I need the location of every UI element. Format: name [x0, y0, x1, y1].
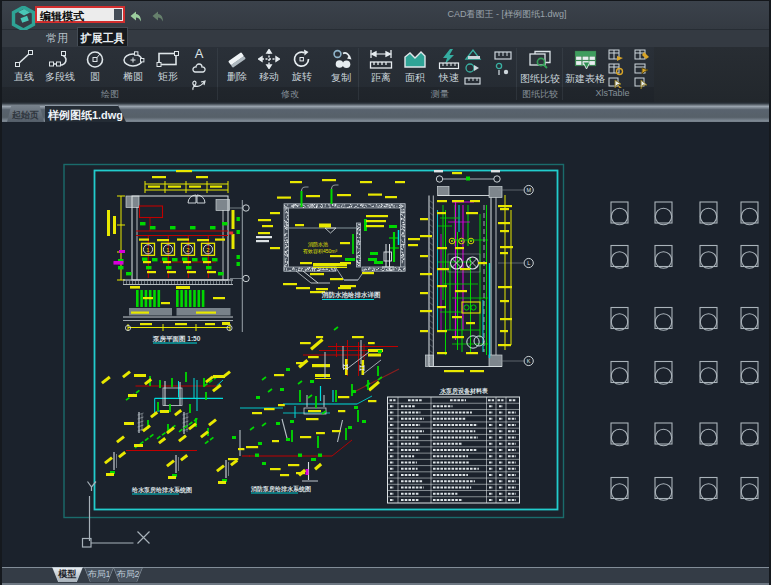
svg-text:消防泵房给排水系统图: 消防泵房给排水系统图: [250, 485, 311, 493]
svg-text:水泵房设备材料表: 水泵房设备材料表: [439, 387, 488, 395]
svg-text:消防水池给排水详图: 消防水池给排水详图: [321, 291, 381, 299]
svg-text:2: 2: [186, 247, 190, 253]
svg-text:泵房平面图 1:50: 泵房平面图 1:50: [152, 335, 201, 343]
svg-text:L: L: [527, 260, 530, 266]
svg-text:2: 2: [206, 247, 210, 253]
svg-text:1: 1: [146, 247, 150, 253]
svg-text:M: M: [526, 187, 531, 193]
svg-text:给水泵房给排水系统图: 给水泵房给排水系统图: [131, 486, 192, 494]
svg-text:消防水池: 消防水池: [308, 241, 328, 248]
svg-text:1: 1: [166, 247, 170, 253]
svg-text:有效容积450m³: 有效容积450m³: [303, 248, 338, 254]
svg-text:K: K: [527, 358, 531, 364]
